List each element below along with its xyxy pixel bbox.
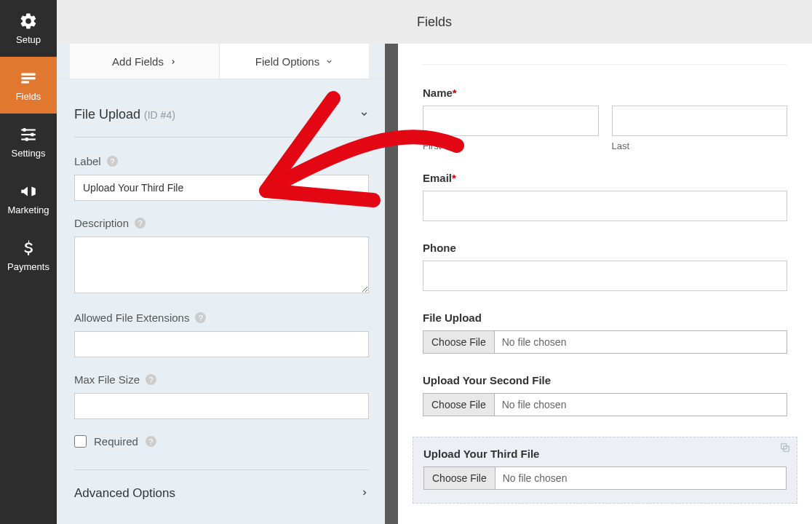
sidebar-label-settings: Settings bbox=[12, 148, 46, 159]
choose-file-button: Choose File bbox=[424, 467, 495, 489]
section-id: (ID #4) bbox=[144, 109, 175, 121]
bullhorn-icon bbox=[19, 182, 38, 201]
field-options-panel: Add Fields Field Options bbox=[57, 44, 385, 524]
sliders-icon bbox=[19, 125, 38, 144]
section-header-row[interactable]: File Upload (ID #4) bbox=[74, 98, 369, 138]
tab-field-options[interactable]: Field Options bbox=[220, 44, 369, 79]
chevron-right-icon bbox=[170, 55, 177, 68]
email-input[interactable] bbox=[423, 191, 787, 221]
file-upload-3-chooser[interactable]: Choose File No file chosen bbox=[423, 467, 787, 490]
no-file-chosen-text: No file chosen bbox=[495, 399, 567, 410]
required-label: Required bbox=[94, 435, 138, 448]
preview-file-upload-label: File Upload bbox=[423, 311, 482, 324]
svg-point-7 bbox=[31, 133, 34, 137]
help-icon[interactable]: ? bbox=[146, 374, 156, 385]
svg-point-6 bbox=[23, 128, 26, 132]
first-sublabel: First bbox=[423, 140, 599, 151]
choose-file-button: Choose File bbox=[423, 394, 495, 416]
phone-input[interactable] bbox=[423, 261, 787, 291]
form-fields-icon bbox=[19, 68, 38, 87]
page-title-bar: Fields bbox=[57, 0, 812, 44]
sidebar-item-settings[interactable]: Settings bbox=[0, 114, 57, 170]
tab-add-fields-label: Add Fields bbox=[112, 55, 164, 68]
label-field-label: Label bbox=[74, 155, 101, 167]
preview-third-file-label: Upload Your Third File bbox=[423, 448, 539, 460]
sidebar-item-marketing[interactable]: Marketing bbox=[0, 170, 57, 227]
sidebar-item-setup[interactable]: Setup bbox=[0, 0, 57, 57]
advanced-options-label: Advanced Options bbox=[74, 486, 175, 501]
dollar-icon bbox=[19, 239, 38, 258]
svg-point-8 bbox=[25, 138, 28, 141]
preview-email-label: Email bbox=[423, 172, 452, 184]
file-upload-2-chooser[interactable]: Choose File No file chosen bbox=[423, 393, 787, 416]
max-file-size-label: Max File Size bbox=[74, 373, 140, 386]
max-file-size-input[interactable] bbox=[74, 393, 369, 419]
file-upload-1-chooser[interactable]: Choose File No file chosen bbox=[423, 330, 787, 354]
advanced-options-toggle[interactable]: Advanced Options bbox=[74, 469, 369, 508]
gear-icon bbox=[19, 12, 38, 31]
last-name-input[interactable] bbox=[612, 106, 788, 136]
no-file-chosen-text: No file chosen bbox=[495, 472, 568, 484]
duplicate-icon[interactable] bbox=[779, 442, 791, 456]
form-preview: Name* First Last bbox=[398, 44, 812, 524]
preview-name-label: Name bbox=[423, 87, 453, 99]
help-icon[interactable]: ? bbox=[135, 218, 146, 229]
sidebar-label-fields: Fields bbox=[16, 91, 41, 102]
tab-field-options-label: Field Options bbox=[255, 55, 319, 68]
required-checkbox[interactable] bbox=[74, 435, 87, 448]
description-input[interactable] bbox=[74, 237, 369, 293]
sidebar-item-payments[interactable]: Payments bbox=[0, 227, 57, 284]
help-icon[interactable]: ? bbox=[146, 436, 156, 447]
sidebar-label-setup: Setup bbox=[16, 34, 41, 45]
chevron-right-icon bbox=[360, 486, 369, 501]
first-name-input[interactable] bbox=[423, 106, 599, 136]
label-input[interactable] bbox=[74, 175, 369, 201]
section-title: File Upload bbox=[74, 107, 140, 122]
svg-rect-2 bbox=[21, 81, 29, 83]
choose-file-button: Choose File bbox=[423, 331, 495, 353]
no-file-chosen-text: No file chosen bbox=[495, 336, 567, 348]
sidebar-label-payments: Payments bbox=[7, 261, 49, 272]
help-icon[interactable]: ? bbox=[195, 312, 206, 323]
allowed-extensions-label: Allowed File Extensions bbox=[74, 311, 189, 324]
page-title: Fields bbox=[417, 15, 452, 30]
tab-add-fields[interactable]: Add Fields bbox=[70, 44, 220, 79]
help-icon[interactable]: ? bbox=[107, 156, 118, 167]
svg-rect-0 bbox=[21, 74, 36, 76]
preview-phone-label: Phone bbox=[423, 242, 456, 254]
panel-divider bbox=[385, 44, 398, 524]
preview-second-file-label: Upload Your Second File bbox=[423, 374, 551, 386]
last-sublabel: Last bbox=[612, 140, 788, 151]
sidebar-label-marketing: Marketing bbox=[7, 205, 49, 215]
sidebar: Setup Fields Settings Marketing Payments bbox=[0, 0, 57, 524]
highlighted-field-block: Upload Your Third File Choose File No fi… bbox=[413, 437, 797, 504]
svg-rect-1 bbox=[21, 77, 36, 79]
sidebar-item-fields[interactable]: Fields bbox=[0, 57, 57, 114]
allowed-extensions-input[interactable] bbox=[74, 331, 369, 357]
chevron-down-icon bbox=[325, 55, 333, 68]
chevron-down-icon bbox=[359, 109, 369, 121]
description-label: Description bbox=[74, 217, 129, 229]
